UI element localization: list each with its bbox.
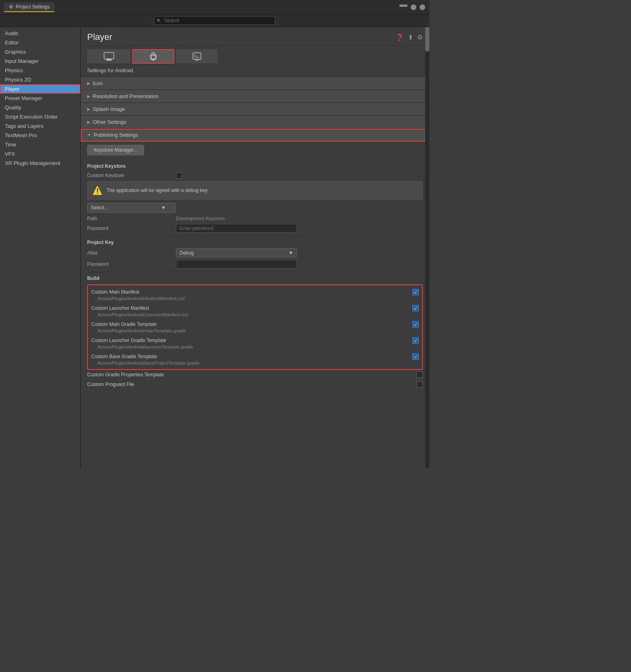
custom-launcher-gradle-label: Custom Launcher Gradle Template	[91, 338, 166, 343]
tab-android[interactable]	[132, 49, 174, 64]
section-resolution-title: Resolution and Presentation	[93, 93, 159, 99]
custom-main-manifest-checkbox[interactable]: ✓	[412, 289, 419, 295]
build-item-custom-launcher-manifest: Custom Launcher Manifest ✓ Assets/Plugin…	[88, 303, 422, 319]
alias-row: Alias Debug ▼	[87, 248, 423, 257]
sidebar-item-script-execution-order[interactable]: Script Execution Order	[0, 112, 80, 121]
alias-label: Alias	[87, 250, 176, 256]
key-password-row: Password	[87, 260, 423, 269]
page-title: Player	[87, 32, 112, 42]
build-section-title: Build	[87, 275, 423, 281]
svg-rect-2	[106, 60, 112, 61]
section-icon-title: Icon	[93, 80, 103, 86]
section-icon[interactable]: ▶ Icon	[81, 77, 429, 90]
help-icon[interactable]: ❓	[396, 33, 404, 41]
custom-main-manifest-row: Custom Main Manifest ✓	[91, 289, 419, 295]
settings-icon[interactable]: ⚙	[417, 33, 423, 41]
tab-pc[interactable]	[87, 49, 131, 64]
alias-dropdown[interactable]: Debug ▼	[176, 248, 297, 257]
custom-launcher-manifest-label: Custom Launcher Manifest	[91, 305, 149, 311]
sidebar-item-input-manager[interactable]: Input Manager	[0, 56, 80, 66]
sidebar-item-graphics[interactable]: Graphics	[0, 47, 80, 56]
sidebar-item-physics[interactable]: Physics	[0, 66, 80, 75]
custom-base-gradle-label: Custom Base Gradle Template	[91, 354, 157, 359]
project-key-title: Project Key	[87, 240, 423, 245]
scrollbar-track[interactable]	[425, 27, 429, 468]
tab-webgl[interactable]	[176, 49, 218, 64]
sidebar-item-textmesh-pro[interactable]: TextMesh Pro	[0, 131, 80, 140]
sidebar-item-editor[interactable]: Editor	[0, 38, 80, 47]
platform-tabs	[81, 46, 429, 64]
custom-main-gradle-path: Assets/Plugins/Android/mainTemplate.grad…	[91, 328, 419, 333]
sidebar-item-quality[interactable]: Quality	[0, 103, 80, 112]
custom-launcher-gradle-checkbox[interactable]: ✓	[412, 337, 419, 344]
custom-base-gradle-row: Custom Base Gradle Template ✓	[91, 353, 419, 360]
sidebar-item-vfx[interactable]: VFX	[0, 149, 80, 159]
search-wrapper	[154, 16, 275, 25]
custom-main-gradle-label: Custom Main Gradle Template	[91, 321, 157, 327]
build-item-proguard-file: Custom Proguard File	[87, 380, 423, 389]
sidebar-item-tags-and-layers[interactable]: Tags and Layers	[0, 121, 80, 131]
key-password-input[interactable]	[176, 260, 297, 269]
keystore-manager-button[interactable]: Keystore Manager...	[87, 145, 144, 155]
section-splash-title: Splash Image	[93, 106, 125, 112]
alias-value: Debug	[180, 250, 194, 256]
window-controls	[399, 4, 425, 10]
more-options-btn[interactable]	[399, 4, 407, 7]
custom-keystore-checkbox[interactable]	[176, 172, 182, 179]
section-publishing-settings[interactable]: ▼ Publishing Settings	[81, 129, 429, 142]
custom-main-manifest-path: Assets/Plugins/Android/AndroidManifest.x…	[91, 296, 419, 301]
svg-rect-0	[104, 52, 114, 59]
section-publishing-title: Publishing Settings	[94, 132, 138, 138]
key-password-label: Password	[87, 261, 176, 267]
sidebar-item-time[interactable]: Time	[0, 140, 80, 149]
gradle-properties-row: Custom Gradle Properties Template	[87, 371, 423, 378]
minimize-btn[interactable]	[411, 4, 416, 10]
header-icons: ❓ ⬆ ⚙	[396, 33, 423, 41]
section-splash-image[interactable]: ▶ Splash Image	[81, 103, 429, 116]
scrollbar-thumb[interactable]	[425, 27, 429, 51]
preset-icon[interactable]: ⬆	[408, 33, 413, 41]
custom-launcher-gradle-row: Custom Launcher Gradle Template ✓	[91, 337, 419, 344]
custom-launcher-manifest-row: Custom Launcher Manifest ✓	[91, 305, 419, 311]
arrow-icon: ▶	[87, 120, 90, 124]
arrow-down-icon: ▼	[87, 133, 91, 137]
proguard-file-checkbox[interactable]	[416, 381, 423, 388]
keystore-password-input[interactable]	[176, 224, 297, 233]
section-other-title: Other Settings	[93, 119, 126, 125]
custom-main-gradle-row: Custom Main Gradle Template ✓	[91, 321, 419, 328]
build-item-custom-launcher-gradle: Custom Launcher Gradle Template ✓ Assets…	[88, 335, 422, 351]
sidebar-item-audio[interactable]: Audio	[0, 29, 80, 38]
custom-launcher-manifest-checkbox[interactable]: ✓	[412, 305, 419, 311]
path-row: Path Development Keystore	[87, 216, 423, 221]
select-label: Select...	[91, 205, 108, 211]
path-label: Path	[87, 216, 176, 221]
keystore-select-dropdown[interactable]: Select... ▼	[87, 203, 176, 213]
warning-box: ⚠️ The application will be signed with a…	[87, 181, 423, 200]
custom-keystore-row: Custom Keystore	[87, 172, 423, 179]
sidebar-item-player[interactable]: Player	[0, 84, 80, 94]
alias-dropdown-arrow-icon: ▼	[288, 250, 293, 256]
svg-rect-3	[151, 55, 156, 59]
search-input[interactable]	[154, 16, 275, 25]
custom-base-gradle-checkbox[interactable]: ✓	[412, 353, 419, 360]
sidebar-item-xr-plugin-management[interactable]: XR Plugin Management	[0, 159, 80, 168]
section-resolution[interactable]: ▶ Resolution and Presentation	[81, 90, 429, 103]
sidebar: Audio Editor Graphics Input Manager Phys…	[0, 27, 81, 468]
build-item-custom-base-gradle: Custom Base Gradle Template ✓ Assets/Plu…	[88, 351, 422, 367]
keystore-password-label: Password	[87, 225, 176, 231]
sidebar-item-preset-manager[interactable]: Preset Manager	[0, 94, 80, 103]
title-bar-tab: ⚙ Project Settings	[4, 2, 54, 12]
project-keystore-section: Project Keystore Custom Keystore ⚠️ The …	[87, 163, 423, 233]
separator-1	[87, 236, 423, 236]
custom-keystore-label: Custom Keystore	[87, 173, 176, 178]
maximize-btn[interactable]	[420, 4, 425, 10]
build-items-box: Custom Main Manifest ✓ Assets/Plugins/An…	[87, 284, 423, 370]
section-other-settings[interactable]: ▶ Other Settings	[81, 116, 429, 129]
custom-main-gradle-checkbox[interactable]: ✓	[412, 321, 419, 328]
build-item-gradle-properties: Custom Gradle Properties Template	[87, 370, 423, 380]
build-item-custom-main-manifest: Custom Main Manifest ✓ Assets/Plugins/An…	[88, 287, 422, 303]
project-key-section: Project Key Alias Debug ▼ Password	[87, 240, 423, 269]
arrow-icon: ▶	[87, 81, 90, 86]
gradle-properties-checkbox[interactable]	[416, 371, 423, 378]
sidebar-item-physics-2d[interactable]: Physics 2D	[0, 75, 80, 84]
